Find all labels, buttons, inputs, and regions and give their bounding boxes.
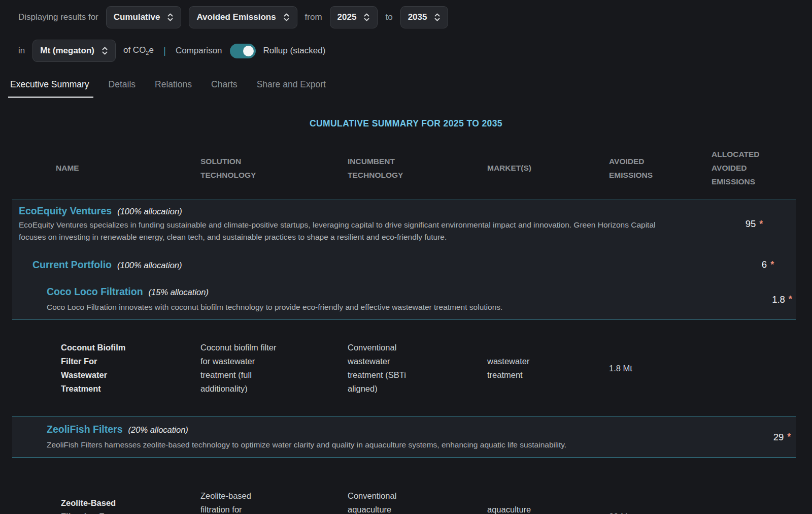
column-header-solution-technology: SOLUTION TECHNOLOGY <box>200 154 269 182</box>
company-name-link[interactable]: Coco Loco Filtration <box>47 286 143 298</box>
markets-cell: aquaculture sector <box>487 503 551 514</box>
aggregation-select[interactable]: Cumulative <box>106 6 182 28</box>
summary-table: NAME SOLUTION TECHNOLOGY INCUMBENT TECHN… <box>12 138 796 514</box>
summary-title: CUMULATIVE SUMMARY FOR 2025 TO 2035 <box>0 118 812 129</box>
technology-row: Zeolite-Based Filtration For Aquaculture… <box>12 458 796 514</box>
from-label: from <box>305 12 322 22</box>
tab-share-and-export[interactable]: Share and Export <box>257 79 326 98</box>
chevron-updown-icon <box>101 46 108 56</box>
column-header-markets: MARKET(S) <box>487 161 609 175</box>
company-allocation-note: (15% allocation) <box>149 287 209 297</box>
table-row: Coco Loco Filtration (15% allocation) Co… <box>12 279 796 319</box>
fund-description: EcoEquity Ventures specializes in fundin… <box>19 219 706 243</box>
portfolio-name-link[interactable]: Current Portfolio <box>32 259 112 271</box>
year-from-value: 2025 <box>337 12 357 22</box>
footnote-asterisk: * <box>770 260 774 270</box>
chevron-updown-icon <box>167 12 174 22</box>
tab-details[interactable]: Details <box>109 79 136 98</box>
tab-relations[interactable]: Relations <box>155 79 192 98</box>
to-label: to <box>385 12 392 22</box>
portfolio-allocated-value: 6* <box>720 259 812 270</box>
technology-name: Coconut Biofilm Filter For Wastewater Tr… <box>12 341 144 396</box>
comparison-rollup-toggle[interactable] <box>230 44 256 58</box>
co2e-label: of CO2e <box>123 45 154 56</box>
table-row: Current Portfolio (100% allocation) 6* <box>12 249 796 279</box>
footnote-asterisk: * <box>759 219 763 230</box>
column-header-allocated-avoided-emissions: ALLOCATED AVOIDED EMISSIONS <box>712 147 771 188</box>
avoided-emissions-cell: 29 Mt <box>609 510 699 514</box>
aggregation-select-value: Cumulative <box>114 12 160 22</box>
fund-block: EcoEquity Ventures (100% allocation) Eco… <box>12 200 796 320</box>
company-allocated-value: 29* <box>734 432 812 443</box>
column-header-name: NAME <box>12 161 200 175</box>
unit-select-value: Mt (megaton) <box>40 46 94 56</box>
column-header-incumbent-technology: INCUMBENT TECHNOLOGY <box>348 154 416 182</box>
results-toolbar: Displaying results for Cumulative Avoide… <box>0 0 812 62</box>
table-row: ZeoliFish Filters (20% allocation) Zeoli… <box>12 417 796 457</box>
company-description: ZeoliFish Filters harnesses zeolite-base… <box>47 439 734 451</box>
year-to-select[interactable]: 2035 <box>400 6 449 28</box>
metric-select-value: Avoided Emissions <box>196 12 276 22</box>
fund-allocated-value: 95* <box>706 218 802 230</box>
chevron-updown-icon <box>283 12 290 22</box>
markets-cell: wastewater treatment <box>487 355 551 382</box>
unit-select[interactable]: Mt (megaton) <box>32 40 116 62</box>
fund-allocation-note: (100% allocation) <box>117 207 182 216</box>
fund-name-link[interactable]: EcoEquity Ventures <box>19 205 112 217</box>
footnote-asterisk: * <box>787 432 791 442</box>
chevron-updown-icon <box>363 12 370 22</box>
comparison-label: Comparison <box>176 46 222 56</box>
footnote-asterisk: * <box>789 294 792 305</box>
technology-name: Zeolite-Based Filtration For Aquaculture <box>12 496 144 514</box>
company-description: Coco Loco Filtration innovates with coco… <box>47 301 734 313</box>
technology-row: Coconut Biofilm Filter For Wastewater Tr… <box>12 320 796 416</box>
toolbar-row-1: Displaying results for Cumulative Avoide… <box>18 6 812 28</box>
main-tabs: Executive Summary Details Relations Char… <box>0 79 812 98</box>
table-row: EcoEquity Ventures (100% allocation) Eco… <box>12 200 796 249</box>
incumbent-technology-cell: Conventional wastewater treatment (SBTi … <box>348 341 421 396</box>
toolbar-row-2: in Mt (megaton) of CO2e | Comparison Rol… <box>18 40 812 62</box>
column-header-avoided-emissions: AVOIDED EMISSIONS <box>609 154 669 182</box>
tab-charts[interactable]: Charts <box>211 79 238 98</box>
company-block: ZeoliFish Filters (20% allocation) Zeoli… <box>12 416 796 458</box>
toggle-knob <box>243 46 254 56</box>
table-header-row: NAME SOLUTION TECHNOLOGY INCUMBENT TECHN… <box>12 138 796 200</box>
year-to-value: 2035 <box>408 12 427 22</box>
displaying-results-label: Displaying results for <box>18 12 98 22</box>
solution-technology-cell: Zeolite-based filtration for aquaculture… <box>200 489 282 514</box>
chevron-updown-icon <box>434 12 441 22</box>
in-label: in <box>18 46 25 56</box>
tab-executive-summary[interactable]: Executive Summary <box>10 79 89 98</box>
company-allocation-note: (20% allocation) <box>128 425 188 435</box>
company-allocated-value: 1.8* <box>734 294 812 305</box>
incumbent-technology-cell: Conventional aquaculture systems (SBTi a… <box>348 489 421 514</box>
company-name-link[interactable]: ZeoliFish Filters <box>47 424 123 435</box>
metric-select[interactable]: Avoided Emissions <box>189 6 297 28</box>
avoided-emissions-cell: 1.8 Mt <box>609 362 699 375</box>
solution-technology-cell: Coconut biofilm filter for wastewater tr… <box>200 341 282 396</box>
portfolio-allocation-note: (100% allocation) <box>117 261 182 270</box>
vertical-divider: | <box>163 45 166 56</box>
rollup-stacked-label: Rollup (stacked) <box>263 46 326 56</box>
year-from-select[interactable]: 2025 <box>330 6 378 28</box>
